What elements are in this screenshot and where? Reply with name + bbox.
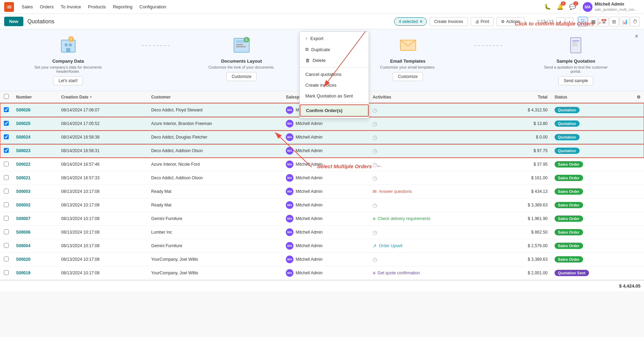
sample-step-button[interactable]: Send sample bbox=[558, 76, 593, 85]
row-number[interactable]: S00024 bbox=[13, 131, 58, 144]
table-row[interactable]: S0002308/14/2024 16:58:31Deco Addict, Ad… bbox=[0, 144, 644, 158]
row-activity: ◷ bbox=[369, 171, 498, 185]
table-row[interactable]: S0000408/13/2024 10:17:08Gemini Furnitur… bbox=[0, 239, 644, 253]
row-status: Sales Order bbox=[551, 158, 633, 171]
row-number[interactable]: S00022 bbox=[13, 158, 58, 171]
col-total[interactable]: Total bbox=[498, 91, 551, 103]
row-checkbox[interactable] bbox=[4, 189, 9, 194]
confirm-orders-menu-item[interactable]: Confirm Order(s) bbox=[300, 104, 369, 117]
row-number[interactable]: S00023 bbox=[13, 144, 58, 158]
create-invoices-button[interactable]: Create Invoices bbox=[430, 17, 468, 26]
new-button[interactable]: New bbox=[4, 17, 23, 26]
list-view-button[interactable]: ☰ bbox=[578, 17, 588, 26]
banner-close-button[interactable]: × bbox=[635, 33, 638, 40]
row-salesperson: MAMitchell Admin bbox=[282, 144, 369, 158]
table-row[interactable]: S0000208/13/2024 10:17:08Ready MatMAMitc… bbox=[0, 198, 644, 212]
user-menu[interactable]: MA Mitchell Admin sale_quotation_multi_c… bbox=[580, 2, 640, 12]
print-button[interactable]: 🖨 Print bbox=[471, 17, 494, 26]
next-page-button[interactable]: › bbox=[565, 17, 574, 26]
nav-configuration[interactable]: Configuration bbox=[136, 0, 170, 14]
calendar-view-button[interactable]: 📅 bbox=[599, 17, 608, 26]
row-checkbox[interactable] bbox=[4, 134, 9, 139]
row-status: Quotation bbox=[551, 144, 633, 158]
table-row[interactable]: S0000308/13/2024 10:17:08Ready MatMAMitc… bbox=[0, 185, 644, 198]
nav-products[interactable]: Products bbox=[85, 0, 109, 14]
selected-badge[interactable]: 4 selected × bbox=[394, 17, 427, 26]
gear-icon: ⚙ bbox=[501, 19, 505, 24]
row-checkbox[interactable] bbox=[4, 107, 9, 112]
cancel-quotations-menu-item[interactable]: Cancel quotations bbox=[300, 69, 369, 80]
export-menu-item[interactable]: ↑ Export bbox=[300, 33, 369, 44]
duplicate-menu-item[interactable]: ⧉ Duplicate bbox=[300, 44, 369, 55]
col-settings[interactable]: ⚙ bbox=[633, 91, 644, 103]
row-checkbox[interactable] bbox=[4, 175, 9, 180]
bell-icon[interactable]: 🔔 5 bbox=[555, 2, 565, 12]
col-creation-date[interactable]: Creation Date▼ bbox=[58, 91, 148, 103]
table-row[interactable]: S0002108/14/2024 16:57:33Deco Addict, Ad… bbox=[0, 171, 644, 185]
row-number[interactable]: S00002 bbox=[13, 198, 58, 212]
sample-step-desc: Send a quotation to test the customer po… bbox=[541, 65, 611, 73]
activity-view-button[interactable]: ⏱ bbox=[630, 17, 640, 26]
table-row[interactable]: S0001908/13/2024 10:17:08YourCompany, Jo… bbox=[0, 266, 644, 280]
row-number[interactable]: S00003 bbox=[13, 185, 58, 198]
row-date: 08/14/2024 17:05:52 bbox=[58, 117, 148, 131]
email-step-button[interactable]: Customize bbox=[393, 72, 423, 81]
row-checkbox[interactable] bbox=[4, 148, 9, 153]
row-salesperson: MAMitchell Admin bbox=[282, 171, 369, 185]
salesperson-avatar: MA bbox=[286, 174, 293, 182]
create-invoices-menu-item[interactable]: Create invoices bbox=[300, 80, 369, 91]
table-row[interactable]: S0000608/13/2024 10:17:08Lumber IncMAMit… bbox=[0, 226, 644, 239]
mark-sent-menu-item[interactable]: Mark Quotation as Sent bbox=[300, 91, 369, 101]
row-number[interactable]: S00026 bbox=[13, 103, 58, 117]
kanban-view-button[interactable]: ▦ bbox=[588, 17, 598, 26]
row-number[interactable]: S00007 bbox=[13, 212, 58, 226]
pivot-view-button[interactable]: ⊞ bbox=[609, 17, 619, 26]
row-activity: ↗ Order Upsell bbox=[369, 239, 498, 253]
row-number[interactable]: S00025 bbox=[13, 117, 58, 131]
col-customer[interactable]: Customer bbox=[148, 91, 282, 103]
row-number[interactable]: S00006 bbox=[13, 226, 58, 239]
nav-reporting[interactable]: Reporting bbox=[109, 0, 136, 14]
nav-sales[interactable]: Sales bbox=[18, 0, 37, 14]
row-checkbox[interactable] bbox=[4, 216, 9, 221]
nav-to-invoice[interactable]: To Invoice bbox=[57, 0, 85, 14]
svg-rect-2 bbox=[69, 44, 72, 46]
row-number[interactable]: S00021 bbox=[13, 171, 58, 185]
row-number[interactable]: S00020 bbox=[13, 253, 58, 266]
select-all-checkbox-header[interactable] bbox=[0, 91, 13, 103]
table-row[interactable]: S0002408/14/2024 16:58:38Deco Addict, Do… bbox=[0, 131, 644, 144]
row-checkbox[interactable] bbox=[4, 257, 9, 261]
company-step-button[interactable]: Let's start! bbox=[53, 76, 83, 85]
row-number[interactable]: S00019 bbox=[13, 266, 58, 280]
row-checkbox-cell bbox=[0, 185, 13, 198]
row-checkbox[interactable] bbox=[4, 270, 9, 275]
layout-step-button[interactable]: Customize bbox=[226, 72, 257, 81]
row-number[interactable]: S00004 bbox=[13, 239, 58, 253]
col-status[interactable]: Status bbox=[551, 91, 633, 103]
chat-icon[interactable]: 💬 2 bbox=[568, 2, 578, 12]
prev-page-button[interactable]: ‹ bbox=[556, 17, 565, 26]
table-row[interactable]: S0002208/14/2024 16:57:46Azure Interior,… bbox=[0, 158, 644, 171]
table-row[interactable]: S0002508/14/2024 17:05:52Azure Interior,… bbox=[0, 117, 644, 131]
table-row[interactable]: S0002008/13/2024 10:17:08YourCompany, Jo… bbox=[0, 253, 644, 266]
row-checkbox[interactable] bbox=[4, 121, 9, 126]
app-logo[interactable] bbox=[4, 2, 14, 12]
salesperson-avatar: MA bbox=[286, 228, 293, 236]
bug-icon[interactable]: 🐛 bbox=[543, 2, 552, 12]
row-checkbox[interactable] bbox=[4, 243, 9, 248]
col-number[interactable]: Number bbox=[13, 91, 58, 103]
row-checkbox[interactable] bbox=[4, 202, 9, 207]
row-checkbox[interactable] bbox=[4, 162, 9, 166]
graph-view-button[interactable]: 📊 bbox=[620, 17, 629, 26]
row-total: $ 3,389.63 bbox=[498, 198, 551, 212]
row-checkbox[interactable] bbox=[4, 229, 9, 234]
table-row[interactable]: S0000708/13/2024 10:17:08Gemini Furnitur… bbox=[0, 212, 644, 226]
delete-menu-item[interactable]: 🗑 Delete bbox=[300, 55, 369, 66]
row-customer: YourCompany, Joel Willis bbox=[148, 266, 282, 280]
clear-selection-button[interactable]: × bbox=[420, 19, 422, 24]
select-all-checkbox[interactable] bbox=[4, 94, 9, 99]
col-activities[interactable]: Activities bbox=[369, 91, 498, 103]
footer-total: $ 4,424.05 bbox=[619, 283, 641, 289]
nav-orders[interactable]: Orders bbox=[37, 0, 57, 14]
actions-button[interactable]: ⚙ Actions bbox=[496, 17, 524, 26]
